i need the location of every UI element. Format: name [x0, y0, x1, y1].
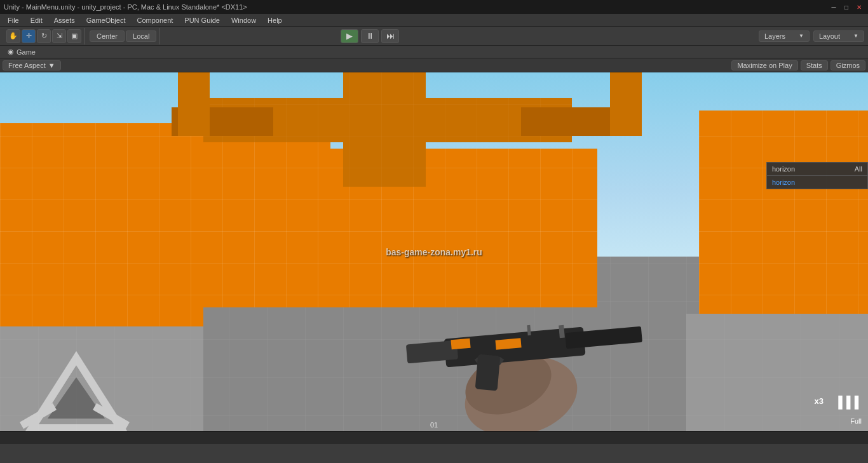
toolbar: ✋ ✛ ↻ ⇲ ▣ Center Local ▶ ⏸ ⏭ Layers ▼ La… — [0, 27, 868, 46]
layers-dropdown-arrow: ▼ — [799, 33, 804, 39]
tool-group: ✋ ✛ ↻ ⇲ ▣ — [4, 28, 85, 44]
svg-rect-14 — [521, 107, 610, 136]
watermark-text: bas-game-zona.my1.ru — [386, 247, 482, 257]
game-canvas: bas-game-zona.my1.ru horizon All horizon… — [0, 72, 868, 431]
svg-rect-20 — [667, 314, 868, 431]
horizon-item[interactable]: horizon — [767, 176, 867, 189]
rotate-tool-button[interactable]: ↻ — [37, 29, 51, 43]
step-button[interactable]: ⏭ — [381, 29, 399, 43]
menu-pun-guide[interactable]: PUN Guide — [179, 16, 225, 25]
close-button[interactable]: ✕ — [854, 2, 864, 12]
stats-button[interactable]: Stats — [801, 60, 828, 70]
horizon-header: horizon All — [767, 163, 867, 176]
layers-dropdown[interactable]: Layers ▼ — [759, 30, 810, 42]
status-bar — [0, 431, 868, 444]
svg-rect-15 — [178, 72, 210, 136]
gizmos-button[interactable]: Gizmos — [831, 60, 865, 70]
game-view-header: ◉ Game — [0, 46, 868, 58]
game-tab[interactable]: ◉ Game — [4, 46, 39, 57]
hand-tool-button[interactable]: ✋ — [6, 29, 20, 43]
svg-rect-12 — [343, 72, 426, 187]
play-button[interactable]: ▶ — [341, 29, 358, 43]
center-toggle[interactable]: Center — [90, 30, 125, 42]
menu-gameobject[interactable]: GameObject — [81, 16, 131, 25]
free-aspect-button[interactable]: Free Aspect ▼ — [3, 60, 61, 70]
svg-rect-30 — [475, 354, 501, 391]
rect-tool-button[interactable]: ▣ — [67, 29, 81, 43]
horizon-header-right: All — [855, 165, 862, 173]
horizon-header-left: horizon — [772, 165, 795, 173]
maximize-button[interactable]: □ — [841, 2, 851, 12]
bars-icon: ▐▐▐ — [834, 396, 858, 409]
scale-tool-button[interactable]: ⇲ — [52, 29, 66, 43]
maximize-on-play-button[interactable]: Maximize on Play — [731, 60, 797, 70]
svg-rect-16 — [610, 72, 642, 136]
svg-rect-28 — [451, 339, 470, 350]
menu-file[interactable]: File — [3, 16, 24, 25]
horizon-dropdown[interactable]: horizon All horizon — [766, 162, 868, 189]
game-tab-label: Game — [17, 48, 36, 56]
full-indicator: Full — [850, 417, 862, 425]
fps-counter: 01 — [430, 421, 438, 429]
pivot-group: Center Local — [87, 28, 159, 44]
menu-window[interactable]: Window — [226, 16, 261, 25]
title-bar: Unity - MainMenu.unity - unity_project -… — [0, 0, 868, 14]
menu-help[interactable]: Help — [262, 16, 287, 25]
game-view-controls: Free Aspect ▼ Maximize on Play Stats Giz… — [0, 58, 868, 72]
play-controls: ▶ ⏸ ⏭ — [341, 29, 399, 43]
game-tab-icon: ◉ — [8, 48, 14, 56]
move-tool-button[interactable]: ✛ — [22, 29, 36, 43]
x3-indicator: x3 — [815, 396, 824, 406]
window-controls: ─ □ ✕ — [829, 2, 864, 12]
pause-button[interactable]: ⏸ — [361, 29, 379, 43]
aspect-dropdown-arrow: ▼ — [48, 62, 55, 69]
menu-component[interactable]: Component — [132, 16, 178, 25]
menu-assets[interactable]: Assets — [49, 16, 80, 25]
window-title: Unity - MainMenu.unity - unity_project -… — [4, 3, 247, 11]
local-toggle[interactable]: Local — [126, 30, 156, 42]
right-toolbar: Layers ▼ Layout ▼ — [759, 30, 864, 42]
svg-rect-22 — [203, 307, 686, 431]
menu-edit[interactable]: Edit — [25, 16, 48, 25]
minimize-button[interactable]: ─ — [829, 2, 839, 12]
layout-dropdown[interactable]: Layout ▼ — [813, 30, 864, 42]
layout-dropdown-arrow: ▼ — [853, 33, 858, 39]
menu-bar: File Edit Assets GameObject Component PU… — [0, 14, 868, 27]
